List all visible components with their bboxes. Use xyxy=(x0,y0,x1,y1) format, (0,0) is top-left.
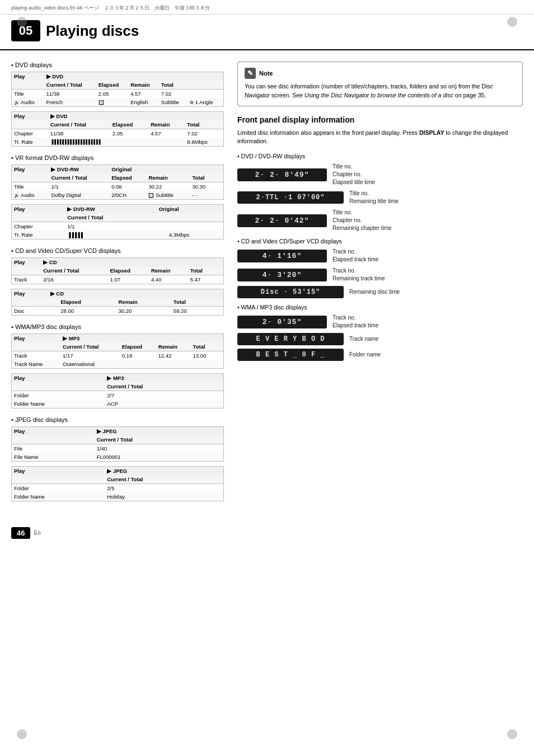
table-row: Disc 28.00 30.20 58.20 xyxy=(12,307,224,316)
content-area: • DVD displays Play ▶ DVD Current / Tota… xyxy=(0,62,534,506)
table-row: Title 1/1 0.08 30.22 30.30 xyxy=(12,182,224,191)
cd-screen-3: Disc · 53'15" xyxy=(237,286,344,298)
dvd-screen-3: 2· 2· 0'42" xyxy=(237,214,327,227)
reg-mark-bl xyxy=(17,729,27,739)
wma-display-section: • WMA / MP3 disc displays 2· 0'35" Track… xyxy=(237,304,523,361)
note-header: ✎ Note xyxy=(245,68,516,79)
cd-table-1: Play ▶ CD Current / Total Elapsed Remain… xyxy=(11,257,224,284)
table-row: Current / Total Elapsed Remain Total xyxy=(12,342,224,351)
table-row: Chapter 1/1 xyxy=(12,222,224,231)
dvd-table-1: Play ▶ DVD Current / Total Elapsed Remai… xyxy=(11,72,224,107)
cd-desc-3: Remaining disc time xyxy=(349,288,400,296)
cd-display-section: • CD and Video CD/Super VCD displays 4· … xyxy=(237,238,523,298)
table-row: File Name FL000001 xyxy=(12,453,224,462)
dvd-screen-1: 2· 2· 8'49" xyxy=(237,168,327,181)
cd-screen-1: 4· 1'16" xyxy=(237,250,327,262)
table-row: Current / Total xyxy=(12,435,224,444)
table-row: Play ▶ MP3 xyxy=(12,334,224,343)
wma-section-label: • WMA/MP3 disc displays xyxy=(11,323,224,330)
table-row: Title 11/38 2.05 4.57 7.02 xyxy=(12,90,224,98)
title-bar: 05 Playing discs xyxy=(0,15,534,50)
jpeg-section-label: • JPEG disc displays xyxy=(11,416,224,423)
cd-vcd-label: • CD and Video CD/Super VCD displays xyxy=(237,238,523,245)
wma-screen-1: 2· 0'35" xyxy=(237,316,327,328)
wma-desc-2: Track name xyxy=(349,335,378,343)
dvd-display-item-3: 2· 2· 0'42" Title no.Chapter no.Remainin… xyxy=(237,209,523,232)
page-header: playing audio_video discs.fm 46 ページ ２０３年… xyxy=(0,0,534,15)
page-footer: 46 En xyxy=(0,523,534,543)
right-column: ✎ Note You can see disc information (num… xyxy=(237,62,523,506)
cd-desc-2: Track no.Remaining track time xyxy=(332,267,385,283)
page-lang: En xyxy=(34,530,40,536)
dvd-screen-2: 2·TTL ·1 07'00" xyxy=(237,191,344,204)
vr-table-2: Play ▶ DVD-RW Original Current / Total C… xyxy=(11,204,224,240)
front-panel-title: Front panel display information xyxy=(237,115,523,124)
table-row: Elapsed Remain Total xyxy=(12,298,224,307)
jpeg-table-2: Play ▶ JPEG Current / Total Folder 2/5 F… xyxy=(11,466,224,501)
wma-display-item-3: B E S T _ 0 F _ Folder name xyxy=(237,349,523,361)
cd-display-item-2: 4· 3'20" Track no.Remaining track time xyxy=(237,267,523,283)
front-panel-desc: Limited disc information also appears in… xyxy=(237,129,523,147)
wma-display-item-1: 2· 0'35" Track no.Elapsed track time xyxy=(237,314,523,330)
table-row: Play ▶ DVD xyxy=(12,112,224,121)
table-row: Track 2/16 1.07 4.40 5.47 xyxy=(12,275,224,284)
table-row: Folder Name ACP xyxy=(12,400,224,408)
table-row: Current / Total xyxy=(12,213,224,222)
dvd-desc-3: Title no.Chapter no.Remaining chapter ti… xyxy=(332,209,392,232)
table-row: Play ▶ DVD xyxy=(12,72,224,81)
note-page: on page 35. xyxy=(453,92,486,98)
vr-section-label: • VR format DVD-RW displays xyxy=(11,154,224,161)
wma-mp3-label: • WMA / MP3 disc displays xyxy=(237,304,523,311)
dvd-table-2: Play ▶ DVD Current / Total Elapsed Remai… xyxy=(11,111,224,147)
dvd-display-item-2: 2·TTL ·1 07'00" Title no.Remaining title… xyxy=(237,190,523,205)
cd-display-item-1: 4· 1'16" Track no.Elapsed track time xyxy=(237,248,523,264)
table-row: Play ▶ CD xyxy=(12,258,224,267)
wma-table-1: Play ▶ MP3 Current / Total Elapsed Remai… xyxy=(11,334,224,369)
note-box: ✎ Note You can see disc information (num… xyxy=(237,62,523,106)
jpeg-table-1: Play ▶ JPEG Current / Total File 1/40 Fi… xyxy=(11,426,224,462)
header-filepath: playing audio_video discs.fm 46 ページ ２０３年… xyxy=(11,4,210,12)
cd-table-2: Play ▶ CD Elapsed Remain Total Disc 28.0… xyxy=(11,289,224,316)
note-text: You can see disc information (number of … xyxy=(245,82,516,100)
cd-screen-2: 4· 3'20" xyxy=(237,269,327,281)
table-row: Play ▶ DVD-RW Original xyxy=(12,205,224,214)
table-row: Chapter 11/38 2.05 4.57 7.02 xyxy=(12,129,224,138)
wma-screen-2: E V E R Y B O D xyxy=(237,333,344,345)
dvd-rw-label: • DVD / DVD-RW displays xyxy=(237,153,523,159)
cd-display-item-3: Disc · 53'15" Remaining disc time xyxy=(237,286,523,298)
wma-desc-3: Folder name xyxy=(349,351,381,359)
table-row: Track 1/17 0.18 12.42 13.00 xyxy=(12,351,224,360)
wma-display-item-2: E V E R Y B O D Track name xyxy=(237,333,523,345)
note-link: Using the Disc Navigator to browse the c… xyxy=(305,92,453,98)
dvd-section-label: • DVD displays xyxy=(11,62,224,68)
note-icon: ✎ xyxy=(245,68,256,79)
table-row: Folder 2/7 xyxy=(12,391,224,400)
dvd-display-item-1: 2· 2· 8'49" Title no.Chapter no.Elapsed … xyxy=(237,163,523,186)
dvd-desc-1: Title no.Chapter no.Elapsed title time xyxy=(332,163,375,186)
dvd-desc-2: Title no.Remaining title time xyxy=(349,190,399,205)
table-row: Current / Total Elapsed Remain Total xyxy=(12,266,224,275)
wma-table-2: Play ▶ MP3 Current / Total Folder 2/7 Fo… xyxy=(11,373,224,408)
table-row: Folder 2/5 xyxy=(12,484,224,493)
table-row: Track Name Outernational xyxy=(12,360,224,369)
table-row: Current / Total Elapsed Remain Total xyxy=(12,173,224,182)
cd-section-label: • CD and Video CD/Super VCD displays xyxy=(11,247,224,254)
reg-mark-br xyxy=(507,729,517,739)
page-number: 46 xyxy=(11,527,30,539)
table-row: Play ▶ JPEG xyxy=(12,427,224,436)
table-row: Folder Name Holiday xyxy=(12,492,224,501)
table-row: File 1/40 xyxy=(12,444,224,453)
table-row: Tr. Rate ▐▐▐▐▐ 4.3Mbps xyxy=(12,231,224,240)
table-row: Play ▶ JPEG xyxy=(12,467,224,476)
dvd-display-section: • DVD / DVD-RW displays 2· 2· 8'49" Titl… xyxy=(237,153,523,232)
cd-desc-1: Track no.Elapsed track time xyxy=(332,248,378,264)
reg-mark-tl xyxy=(17,17,27,27)
table-row: Current / Total xyxy=(12,475,224,484)
note-label: Note xyxy=(259,69,273,78)
table-row: 🔊 Audio Dolby Digital 2/0CH 🔲 Subtitle -… xyxy=(12,191,224,200)
table-row: Play ▶ CD xyxy=(12,289,224,298)
wma-screen-3: B E S T _ 0 F _ xyxy=(237,349,344,361)
table-row: Play ▶ DVD-RW Original xyxy=(12,165,224,174)
wma-desc-1: Track no.Elapsed track time xyxy=(332,314,378,330)
reg-mark-tr xyxy=(507,17,517,27)
